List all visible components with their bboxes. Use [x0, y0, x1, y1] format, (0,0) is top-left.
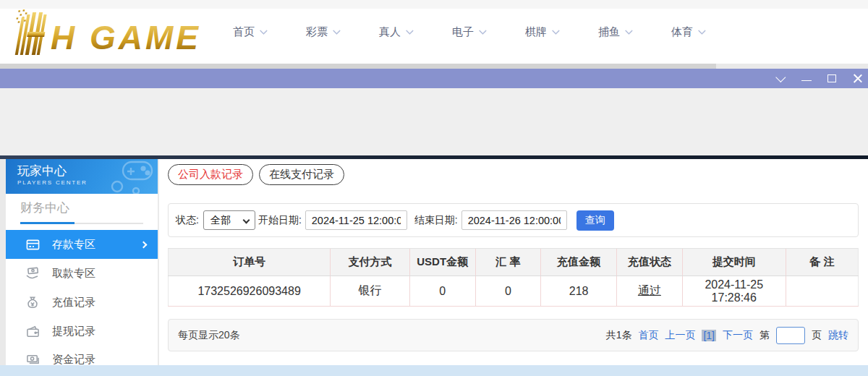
- cell-submit-time: 2024-11-25 17:28:46: [682, 276, 786, 307]
- cell-usdt-amount: 0: [409, 276, 475, 307]
- maximize-icon[interactable]: [827, 74, 837, 84]
- recharge-bag-icon: [25, 295, 40, 309]
- nav-item-fishing[interactable]: 捕鱼: [598, 25, 631, 39]
- close-icon[interactable]: [852, 74, 862, 84]
- sidebar-header: 玩家中心 PLAYERS CENTER: [6, 159, 158, 194]
- cell-remark: [786, 276, 858, 307]
- page-jump-input[interactable]: [776, 327, 805, 344]
- chevron-down-icon: [242, 217, 250, 224]
- main-nav: 首页 彩票 真人 电子 棋牌 捕鱼: [233, 0, 704, 64]
- withdraw-record-icon: [25, 324, 40, 338]
- nav-item-cards[interactable]: 棋牌: [525, 25, 558, 39]
- chevron-down-icon: [552, 27, 560, 35]
- pagination-controls: 共1条 首页 上一页 [1] 下一页 第 页 跳转: [606, 327, 848, 344]
- chevron-down-icon: [698, 27, 706, 35]
- gamepad-icon: [107, 159, 155, 194]
- col-payment-method: 支付方式: [331, 249, 410, 276]
- nav-label: 真人: [379, 25, 401, 39]
- start-date-input[interactable]: [305, 210, 407, 230]
- nav-item-sports[interactable]: 体育: [671, 25, 704, 39]
- col-exchange-rate: 汇 率: [475, 249, 541, 276]
- col-recharge-amount: 充值金额: [541, 249, 617, 276]
- table-row: 1732526926093489 银行 0 0 218 通过 2024-11-2…: [169, 276, 859, 307]
- minimize-icon[interactable]: [801, 74, 812, 84]
- next-page-link[interactable]: 下一页: [723, 329, 753, 342]
- first-page-link[interactable]: 首页: [638, 329, 658, 342]
- sidebar-item-label: 提现记录: [52, 325, 95, 338]
- filter-bar: 状态: 全部 开始日期: 结束日期: 查询: [168, 203, 859, 237]
- prev-page-link[interactable]: 上一页: [665, 329, 695, 342]
- chevron-down-icon[interactable]: [776, 74, 786, 84]
- nav-item-live[interactable]: 真人: [379, 25, 412, 39]
- sidebar-item-withdrawal-records[interactable]: 提现记录: [6, 317, 158, 346]
- screen: H GAME 首页 彩票 真人 电子 棋牌: [0, 0, 868, 376]
- tab-online-payment-records[interactable]: 在线支付记录: [259, 164, 344, 185]
- sidebar: 玩家中心 PLAYERS CENTER 财务中心: [6, 159, 158, 376]
- logo-text: H GAME: [51, 19, 201, 56]
- window-title-bar: [0, 69, 868, 88]
- col-usdt-amount: USDT金额: [409, 249, 475, 276]
- nav-label: 棋牌: [525, 25, 547, 39]
- window-tab-strip: [0, 64, 868, 69]
- col-order-number: 订单号: [169, 249, 331, 276]
- tab-company-deposit-records[interactable]: 公司入款记录: [168, 164, 253, 185]
- end-date-input[interactable]: [461, 210, 567, 230]
- sidebar-item-deposit-zone[interactable]: 存款专区: [6, 230, 158, 259]
- sidebar-section-divider: [20, 223, 143, 224]
- logo-mark-icon: H GAME: [6, 9, 216, 58]
- sidebar-item-withdraw-zone[interactable]: 取款专区: [6, 259, 158, 288]
- nav-item-home[interactable]: 首页: [233, 25, 265, 39]
- chevron-down-icon: [625, 27, 633, 35]
- sidebar-item-label: 取款专区: [52, 267, 95, 281]
- record-tabs: 公司入款记录 在线支付记录: [168, 164, 868, 186]
- cell-recharge-status[interactable]: 通过: [638, 284, 661, 296]
- sidebar-item-label: 资金记录: [52, 353, 95, 367]
- page-suffix-label: 页: [812, 329, 822, 342]
- bottom-strip: [0, 365, 868, 376]
- site-header: H GAME 首页 彩票 真人 电子 棋牌: [0, 0, 868, 64]
- total-count-label: 共1条: [606, 329, 632, 342]
- current-page-indicator[interactable]: [1]: [702, 330, 716, 341]
- chevron-down-icon: [479, 27, 487, 35]
- empty-page-area: [0, 88, 868, 155]
- col-recharge-status: 充值状态: [617, 249, 683, 276]
- logo[interactable]: H GAME: [6, 9, 216, 58]
- nav-label: 捕鱼: [598, 25, 620, 39]
- jump-link[interactable]: 跳转: [828, 329, 848, 342]
- nav-item-slots[interactable]: 电子: [452, 25, 485, 39]
- nav-label: 彩票: [306, 25, 328, 39]
- page-prefix-label: 第: [760, 329, 770, 342]
- nav-label: 体育: [671, 25, 693, 39]
- sidebar-item-label: 存款专区: [52, 238, 95, 252]
- content-area: 玩家中心 PLAYERS CENTER 财务中心: [0, 159, 868, 376]
- nav-label: 首页: [233, 25, 255, 39]
- col-submit-time: 提交时间: [682, 249, 786, 276]
- cell-order-number: 1732526926093489: [169, 276, 331, 307]
- status-select[interactable]: 全部: [203, 210, 255, 230]
- end-date-label: 结束日期:: [414, 214, 458, 227]
- chevron-right-icon: [140, 241, 148, 248]
- query-button[interactable]: 查询: [576, 210, 614, 231]
- nav-label: 电子: [452, 25, 474, 39]
- col-remark: 备 注: [786, 249, 858, 276]
- cell-exchange-rate: 0: [475, 276, 541, 307]
- records-table: 订单号 支付方式 USDT金额 汇 率 充值金额 充值状态 提交时间 备 注 1…: [168, 248, 859, 307]
- pagination-bar: 每页显示20条 共1条 首页 上一页 [1] 下一页 第 页 跳转: [168, 319, 859, 351]
- sidebar-item-label: 充值记录: [52, 296, 95, 309]
- status-select-value: 全部: [210, 214, 231, 227]
- table-header-row: 订单号 支付方式 USDT金额 汇 率 充值金额 充值状态 提交时间 备 注: [169, 249, 859, 276]
- sidebar-title: 玩家中心: [17, 163, 67, 179]
- sidebar-item-recharge-records[interactable]: 充值记录: [6, 288, 158, 317]
- sidebar-section-title: 财务中心: [20, 200, 69, 216]
- cell-recharge-amount: 218: [541, 276, 617, 307]
- sidebar-subtitle: PLAYERS CENTER: [17, 179, 88, 186]
- funds-note-icon: [25, 352, 40, 367]
- nav-item-lottery[interactable]: 彩票: [306, 25, 339, 39]
- deposit-card-icon: [25, 237, 40, 252]
- cell-payment-method: 银行: [331, 276, 410, 307]
- window-controls: [776, 69, 862, 88]
- start-date-label: 开始日期:: [258, 214, 302, 227]
- chevron-down-icon: [260, 27, 268, 35]
- per-page-label: 每页显示20条: [178, 329, 240, 342]
- status-label: 状态:: [176, 214, 199, 227]
